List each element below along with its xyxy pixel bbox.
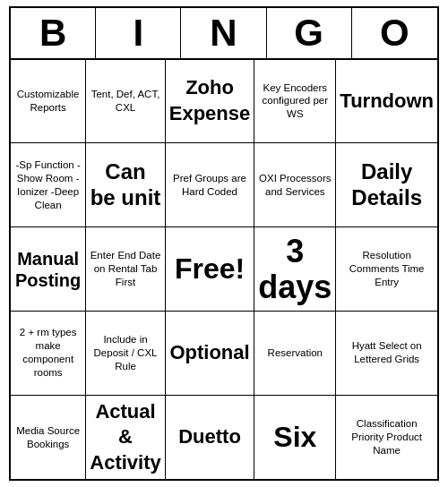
- bingo-header: BINGO: [11, 8, 437, 60]
- bingo-cell: ManualPosting: [11, 227, 86, 312]
- bingo-cell: Hyatt Select on Lettered Grids: [336, 312, 437, 396]
- bingo-cell: -Sp Function -Show Room -Ionizer -Deep C…: [11, 143, 86, 227]
- bingo-cell: Optional: [166, 312, 255, 396]
- bingo-cell: Reservation: [254, 312, 336, 396]
- bingo-cell: Free!: [166, 227, 255, 312]
- bingo-cell: Customizable Reports: [11, 60, 86, 144]
- bingo-grid: Customizable ReportsTent, Def, ACT, CXLZ…: [11, 60, 437, 480]
- bingo-cell: Six: [254, 396, 336, 480]
- header-letter: O: [352, 8, 437, 58]
- header-letter: N: [181, 8, 266, 58]
- bingo-cell: Actual & Activity: [86, 396, 165, 480]
- bingo-cell: Zoho Expense: [166, 60, 255, 144]
- bingo-cell: Duetto: [166, 396, 255, 480]
- bingo-cell: Canbe unit: [86, 143, 165, 227]
- bingo-cell: Pref Groups are Hard Coded: [166, 143, 255, 227]
- bingo-card: BINGO Customizable ReportsTent, Def, ACT…: [9, 6, 439, 482]
- bingo-cell: Turndown: [336, 60, 437, 144]
- bingo-cell: OXI Processors and Services: [254, 143, 336, 227]
- header-letter: B: [11, 8, 96, 58]
- bingo-cell: Resolution Comments Time Entry: [336, 227, 437, 312]
- bingo-cell: Classification Priority Product Name: [336, 396, 437, 480]
- bingo-cell: Tent, Def, ACT, CXL: [86, 60, 165, 144]
- header-letter: I: [96, 8, 181, 58]
- bingo-cell: Media Source Bookings: [11, 396, 86, 480]
- bingo-cell: 3days: [254, 227, 336, 312]
- bingo-cell: Include in Deposit / CXL Rule: [86, 312, 165, 396]
- header-letter: G: [267, 8, 352, 58]
- bingo-cell: 2 + rm types make component rooms: [11, 312, 86, 396]
- bingo-cell: DailyDetails: [336, 143, 437, 227]
- bingo-cell: Enter End Date on Rental Tab First: [86, 227, 165, 312]
- bingo-cell: Key Encoders configured per WS: [254, 60, 336, 144]
